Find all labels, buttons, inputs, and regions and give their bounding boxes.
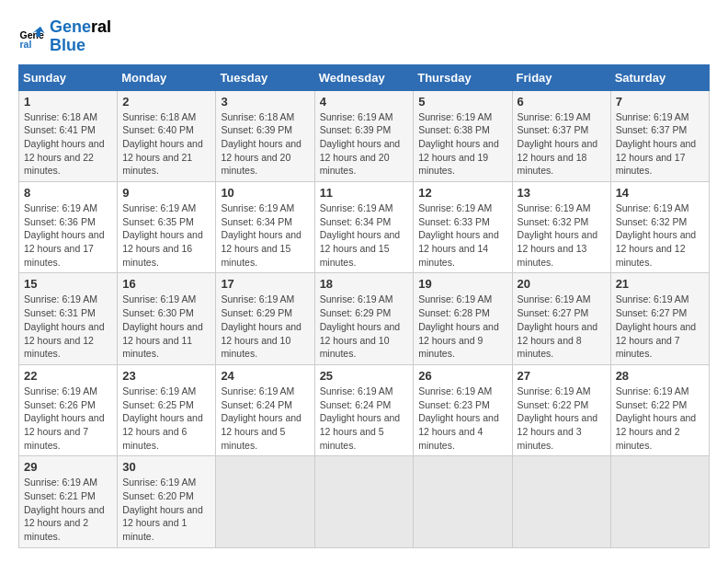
calendar-cell: 30 Sunrise: 6:19 AM Sunset: 6:20 PM Dayl…	[118, 456, 216, 547]
logo: Gene ral GeneralBlue	[18, 18, 111, 55]
calendar-cell: 15 Sunrise: 6:19 AM Sunset: 6:31 PM Dayl…	[19, 273, 118, 364]
calendar-cell: 3 Sunrise: 6:18 AM Sunset: 6:39 PM Dayli…	[216, 90, 314, 181]
day-info: Sunrise: 6:19 AM Sunset: 6:31 PM Dayligh…	[24, 293, 112, 360]
day-info: Sunrise: 6:19 AM Sunset: 6:23 PM Dayligh…	[418, 385, 506, 452]
calendar-cell: 24 Sunrise: 6:19 AM Sunset: 6:24 PM Dayl…	[216, 364, 314, 455]
day-info: Sunrise: 6:19 AM Sunset: 6:29 PM Dayligh…	[320, 293, 409, 360]
calendar-cell: 28 Sunrise: 6:19 AM Sunset: 6:22 PM Dayl…	[610, 364, 709, 455]
day-info: Sunrise: 6:19 AM Sunset: 6:27 PM Dayligh…	[518, 293, 606, 360]
calendar-cell: 25 Sunrise: 6:19 AM Sunset: 6:24 PM Dayl…	[314, 364, 414, 455]
calendar-cell: 27 Sunrise: 6:19 AM Sunset: 6:22 PM Dayl…	[512, 364, 610, 455]
day-number: 26	[418, 369, 506, 383]
day-number: 11	[320, 186, 409, 200]
day-info: Sunrise: 6:19 AM Sunset: 6:32 PM Dayligh…	[616, 201, 704, 269]
day-number: 25	[320, 369, 409, 383]
day-number: 13	[518, 186, 606, 200]
day-info: Sunrise: 6:19 AM Sunset: 6:22 PM Dayligh…	[616, 385, 704, 452]
day-number: 22	[24, 369, 112, 383]
day-info: Sunrise: 6:19 AM Sunset: 6:20 PM Dayligh…	[122, 476, 210, 543]
day-info: Sunrise: 6:18 AM Sunset: 6:39 PM Dayligh…	[221, 110, 309, 178]
calendar-cell: 26 Sunrise: 6:19 AM Sunset: 6:23 PM Dayl…	[414, 364, 512, 455]
day-info: Sunrise: 6:19 AM Sunset: 6:29 PM Dayligh…	[221, 293, 309, 360]
logo-text: GeneralBlue	[50, 18, 111, 55]
calendar-week-row: 15 Sunrise: 6:19 AM Sunset: 6:31 PM Dayl…	[19, 273, 710, 364]
day-number: 2	[122, 95, 210, 109]
calendar-header-row: SundayMondayTuesdayWednesdayThursdayFrid…	[19, 64, 710, 90]
header-thursday: Thursday	[414, 64, 512, 90]
day-number: 3	[221, 95, 309, 109]
calendar-cell: 6 Sunrise: 6:19 AM Sunset: 6:37 PM Dayli…	[512, 90, 610, 181]
day-info: Sunrise: 6:18 AM Sunset: 6:41 PM Dayligh…	[24, 110, 112, 178]
day-number: 9	[122, 186, 210, 200]
header-saturday: Saturday	[610, 64, 709, 90]
calendar-cell	[314, 456, 414, 547]
day-info: Sunrise: 6:19 AM Sunset: 6:27 PM Dayligh…	[616, 293, 704, 360]
day-number: 16	[122, 277, 210, 291]
calendar-week-row: 29 Sunrise: 6:19 AM Sunset: 6:21 PM Dayl…	[19, 456, 710, 547]
header-sunday: Sunday	[19, 64, 118, 90]
day-number: 17	[221, 277, 309, 291]
calendar-cell	[216, 456, 314, 547]
calendar-cell: 7 Sunrise: 6:19 AM Sunset: 6:37 PM Dayli…	[610, 90, 709, 181]
day-info: Sunrise: 6:19 AM Sunset: 6:26 PM Dayligh…	[24, 385, 112, 452]
day-info: Sunrise: 6:19 AM Sunset: 6:25 PM Dayligh…	[122, 385, 210, 452]
day-number: 8	[24, 186, 112, 200]
day-info: Sunrise: 6:19 AM Sunset: 6:37 PM Dayligh…	[518, 110, 606, 178]
day-info: Sunrise: 6:19 AM Sunset: 6:22 PM Dayligh…	[518, 385, 606, 452]
calendar-cell	[512, 456, 610, 547]
calendar-cell: 20 Sunrise: 6:19 AM Sunset: 6:27 PM Dayl…	[512, 273, 610, 364]
calendar-cell: 12 Sunrise: 6:19 AM Sunset: 6:33 PM Dayl…	[414, 182, 512, 273]
day-info: Sunrise: 6:19 AM Sunset: 6:30 PM Dayligh…	[122, 293, 210, 360]
day-number: 19	[418, 277, 506, 291]
calendar-cell: 23 Sunrise: 6:19 AM Sunset: 6:25 PM Dayl…	[118, 364, 216, 455]
day-number: 23	[122, 369, 210, 383]
day-info: Sunrise: 6:18 AM Sunset: 6:40 PM Dayligh…	[122, 110, 210, 178]
day-info: Sunrise: 6:19 AM Sunset: 6:24 PM Dayligh…	[320, 385, 409, 452]
day-info: Sunrise: 6:19 AM Sunset: 6:36 PM Dayligh…	[24, 201, 112, 269]
calendar-table: SundayMondayTuesdayWednesdayThursdayFrid…	[18, 64, 710, 548]
day-number: 12	[418, 186, 506, 200]
day-number: 14	[616, 186, 704, 200]
calendar-cell	[414, 456, 512, 547]
calendar-cell: 21 Sunrise: 6:19 AM Sunset: 6:27 PM Dayl…	[610, 273, 709, 364]
day-info: Sunrise: 6:19 AM Sunset: 6:39 PM Dayligh…	[320, 110, 409, 178]
day-number: 7	[616, 95, 704, 109]
header-friday: Friday	[512, 64, 610, 90]
day-number: 4	[320, 95, 409, 109]
day-number: 10	[221, 186, 309, 200]
calendar-cell: 29 Sunrise: 6:19 AM Sunset: 6:21 PM Dayl…	[19, 456, 118, 547]
calendar-cell: 13 Sunrise: 6:19 AM Sunset: 6:32 PM Dayl…	[512, 182, 610, 273]
calendar-cell: 2 Sunrise: 6:18 AM Sunset: 6:40 PM Dayli…	[118, 90, 216, 181]
calendar-week-row: 1 Sunrise: 6:18 AM Sunset: 6:41 PM Dayli…	[19, 90, 710, 181]
day-info: Sunrise: 6:19 AM Sunset: 6:34 PM Dayligh…	[221, 201, 309, 269]
calendar-cell: 22 Sunrise: 6:19 AM Sunset: 6:26 PM Dayl…	[19, 364, 118, 455]
day-number: 28	[616, 369, 704, 383]
day-number: 24	[221, 369, 309, 383]
day-info: Sunrise: 6:19 AM Sunset: 6:35 PM Dayligh…	[122, 201, 210, 269]
calendar-cell: 14 Sunrise: 6:19 AM Sunset: 6:32 PM Dayl…	[610, 182, 709, 273]
calendar-cell: 5 Sunrise: 6:19 AM Sunset: 6:38 PM Dayli…	[414, 90, 512, 181]
calendar-cell: 11 Sunrise: 6:19 AM Sunset: 6:34 PM Dayl…	[314, 182, 414, 273]
day-info: Sunrise: 6:19 AM Sunset: 6:32 PM Dayligh…	[518, 201, 606, 269]
day-info: Sunrise: 6:19 AM Sunset: 6:24 PM Dayligh…	[221, 385, 309, 452]
day-number: 1	[24, 95, 112, 109]
day-number: 29	[24, 460, 112, 474]
day-number: 6	[518, 95, 606, 109]
day-number: 21	[616, 277, 704, 291]
day-number: 15	[24, 277, 112, 291]
day-info: Sunrise: 6:19 AM Sunset: 6:34 PM Dayligh…	[320, 201, 409, 269]
calendar-cell: 9 Sunrise: 6:19 AM Sunset: 6:35 PM Dayli…	[118, 182, 216, 273]
header-tuesday: Tuesday	[216, 64, 314, 90]
calendar-cell: 17 Sunrise: 6:19 AM Sunset: 6:29 PM Dayl…	[216, 273, 314, 364]
day-info: Sunrise: 6:19 AM Sunset: 6:37 PM Dayligh…	[616, 110, 704, 178]
day-number: 5	[418, 95, 506, 109]
day-number: 30	[122, 460, 210, 474]
day-info: Sunrise: 6:19 AM Sunset: 6:38 PM Dayligh…	[418, 110, 506, 178]
calendar-cell	[610, 456, 709, 547]
calendar-cell: 10 Sunrise: 6:19 AM Sunset: 6:34 PM Dayl…	[216, 182, 314, 273]
calendar-week-row: 22 Sunrise: 6:19 AM Sunset: 6:26 PM Dayl…	[19, 364, 710, 455]
day-number: 18	[320, 277, 409, 291]
day-info: Sunrise: 6:19 AM Sunset: 6:33 PM Dayligh…	[418, 201, 506, 269]
header-monday: Monday	[118, 64, 216, 90]
svg-text:ral: ral	[20, 39, 32, 50]
